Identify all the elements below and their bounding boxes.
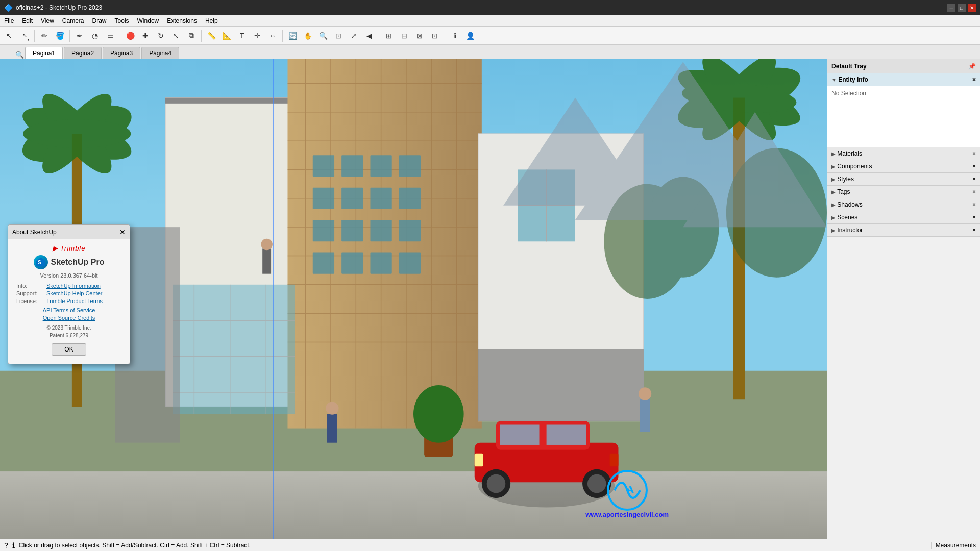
styles-header[interactable]: ▶ Styles × xyxy=(827,173,980,185)
ok-button[interactable]: OK xyxy=(52,343,86,356)
section-plane-tool[interactable]: ⊞ xyxy=(382,29,396,43)
instructor-pin[interactable]: × xyxy=(972,227,976,234)
eraser-tool[interactable]: ✏ xyxy=(37,29,52,43)
scenes-header[interactable]: ▶ Scenes × xyxy=(827,211,980,223)
svg-rect-27 xyxy=(370,155,391,177)
shadows-pin[interactable]: × xyxy=(972,201,976,208)
license-link[interactable]: Trimble Product Terms xyxy=(46,298,103,304)
no-selection-text: No Selection xyxy=(831,90,866,97)
tape-tool[interactable]: 📏 xyxy=(204,29,218,43)
separator-6 xyxy=(379,30,379,42)
entity-info-section: ▼ Entity Info × No Selection xyxy=(827,73,980,147)
select-tool[interactable]: ↖ xyxy=(2,29,16,43)
instructor-header[interactable]: ▶ Instructor × xyxy=(827,224,980,236)
pan-tool[interactable]: ✋ xyxy=(301,29,315,43)
arc-tool[interactable]: ◔ xyxy=(88,29,102,43)
materials-header[interactable]: ▶ Materials × xyxy=(827,147,980,160)
protractor-tool[interactable]: 📐 xyxy=(219,29,234,43)
measurements-label: Measurements xyxy=(931,542,976,549)
status-bar: ? ℹ Click or drag to select objects. Shi… xyxy=(0,539,980,551)
sketchup-logo-area: S SketchUp Pro xyxy=(16,255,121,269)
oss-link[interactable]: Open Source Credits xyxy=(16,315,121,321)
instructor-expand-icon: ▶ xyxy=(831,228,836,233)
pencil-tool[interactable]: ✒ xyxy=(72,29,87,43)
app-icon: 🔷 xyxy=(4,4,13,12)
section-display-tool[interactable]: ⊟ xyxy=(397,29,411,43)
text-tool[interactable]: T xyxy=(235,29,249,43)
api-terms-link[interactable]: API Terms of Service xyxy=(16,307,121,313)
svg-point-81 xyxy=(261,239,273,251)
tags-pin[interactable]: × xyxy=(972,188,976,195)
info-grid: Info: SketchUp Information Support: Sket… xyxy=(16,283,121,304)
tab-pagina4[interactable]: Página4 xyxy=(141,47,179,59)
rotate-tool[interactable]: ↻ xyxy=(154,29,168,43)
dimensions-tool[interactable]: ↔ xyxy=(265,29,280,43)
shadows-expand-icon: ▶ xyxy=(831,202,836,208)
components-pin[interactable]: × xyxy=(972,163,976,170)
trimble-logo: ▶ Trimble xyxy=(16,244,121,252)
components-header[interactable]: ▶ Components × xyxy=(827,160,980,172)
menu-tools[interactable]: Tools xyxy=(111,16,133,26)
status-question-icon: ? xyxy=(4,541,8,549)
section-fill-tool[interactable]: ⊡ xyxy=(428,29,442,43)
entity-info-pin[interactable]: × xyxy=(972,76,976,83)
menu-window[interactable]: Window xyxy=(133,16,163,26)
tags-header[interactable]: ▶ Tags × xyxy=(827,186,980,198)
tray-pin-icon[interactable]: 📌 xyxy=(968,63,976,70)
scale-tool[interactable]: ⤡ xyxy=(169,29,183,43)
model-info-tool[interactable]: ℹ xyxy=(448,29,462,43)
styles-expand-icon: ▶ xyxy=(831,177,836,182)
default-tray-title: Default Tray xyxy=(831,63,867,70)
push-pull-tool[interactable]: 🔴 xyxy=(123,29,137,43)
menu-draw[interactable]: Draw xyxy=(88,16,111,26)
tab-search-icon[interactable]: 🔍 xyxy=(15,51,24,59)
sketchup-logo-icon: S xyxy=(34,255,48,269)
close-button[interactable]: ✕ xyxy=(968,4,976,12)
svg-rect-36 xyxy=(399,220,421,241)
separator-1 xyxy=(34,30,35,42)
scenes-section: ▶ Scenes × xyxy=(827,211,980,224)
menu-view[interactable]: View xyxy=(37,16,58,26)
move-tool[interactable]: ✚ xyxy=(138,29,153,43)
maximize-button[interactable]: □ xyxy=(958,4,966,12)
shadows-header[interactable]: ▶ Shadows × xyxy=(827,198,980,211)
zoom-window-tool[interactable]: ⊡ xyxy=(331,29,346,43)
patent-text: Patent 6,628,279 xyxy=(16,333,121,338)
tab-pagina3[interactable]: Página3 xyxy=(103,47,140,59)
menu-edit[interactable]: Edit xyxy=(18,16,37,26)
tab-pagina2[interactable]: Página2 xyxy=(64,47,102,59)
menu-camera[interactable]: Camera xyxy=(58,16,88,26)
minimize-button[interactable]: ─ xyxy=(947,4,955,12)
user-tool[interactable]: 👤 xyxy=(463,29,477,43)
axes-tool[interactable]: ✛ xyxy=(250,29,264,43)
previous-tool[interactable]: ◀ xyxy=(362,29,376,43)
menu-extensions[interactable]: Extensions xyxy=(163,16,201,26)
title-bar: 🔷 oficinas+2 - SketchUp Pro 2023 ─ □ ✕ xyxy=(0,0,980,15)
shapes-tool[interactable]: ▭ xyxy=(103,29,117,43)
scenes-pin[interactable]: × xyxy=(972,214,976,221)
menu-help[interactable]: Help xyxy=(201,16,222,26)
styles-pin[interactable]: × xyxy=(972,176,976,183)
offset-tool[interactable]: ⧉ xyxy=(184,29,199,43)
about-close-button[interactable]: ✕ xyxy=(119,228,126,236)
svg-rect-5 xyxy=(165,98,295,104)
info-link[interactable]: SketchUp Information xyxy=(46,283,101,289)
tab-pagina1[interactable]: Página1 xyxy=(25,47,63,59)
instructor-label: Instructor xyxy=(837,227,863,234)
title-text: oficinas+2 - SketchUp Pro 2023 xyxy=(16,4,102,11)
section-cut-tool[interactable]: ⊠ xyxy=(412,29,427,43)
tray-scroll[interactable]: ▼ Entity Info × No Selection ▶ Materials… xyxy=(827,73,980,539)
entity-info-header[interactable]: ▼ Entity Info × xyxy=(827,73,980,86)
instructor-section: ▶ Instructor × xyxy=(827,224,980,237)
support-link[interactable]: SketchUp Help Center xyxy=(46,290,102,296)
zoom-tool[interactable]: 🔍 xyxy=(316,29,330,43)
svg-rect-63 xyxy=(475,454,483,466)
paint-tool[interactable]: 🪣 xyxy=(53,29,67,43)
info-row: Info: SketchUp Information xyxy=(16,283,121,289)
make-component-tool[interactable]: ↖ ▼ xyxy=(17,29,32,43)
zoom-extents-tool[interactable]: ⤢ xyxy=(347,29,361,43)
materials-pin[interactable]: × xyxy=(972,150,976,157)
orbit-tool[interactable]: 🔄 xyxy=(285,29,300,43)
menu-file[interactable]: File xyxy=(0,16,18,26)
materials-expand-icon: ▶ xyxy=(831,151,836,157)
